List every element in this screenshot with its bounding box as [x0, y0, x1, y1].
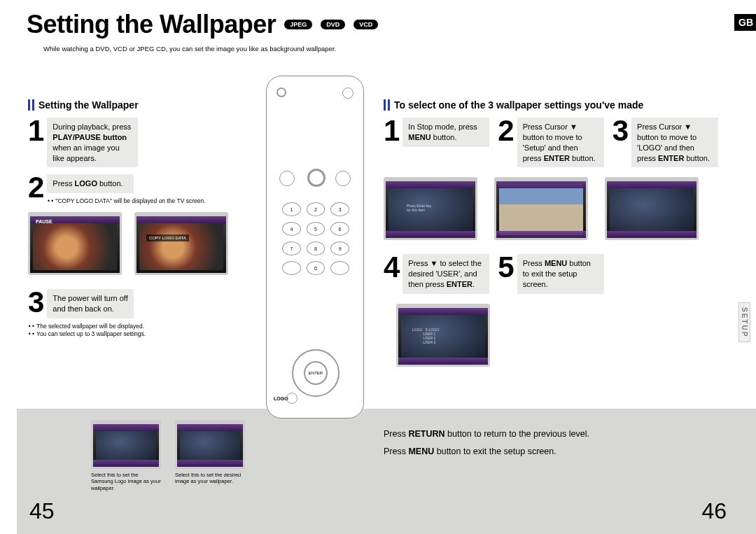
- tv-thumb-b1: [91, 420, 161, 469]
- right-step-2: 2 Press Cursor ▼ button to move to 'Setu…: [498, 118, 603, 167]
- pill-jpeg: JPEG: [284, 20, 312, 29]
- bottom-left: Select this to set the Samsung Logo imag…: [91, 420, 245, 491]
- thumb-caption-1: Select this to set the Samsung Logo imag…: [91, 472, 161, 491]
- right-step-5-text: Press MENU button to exit the setup scre…: [517, 254, 604, 294]
- tv-thumb-r3: [605, 177, 699, 240]
- right-step-3-text: Press Cursor ▼ button to move to 'LOGO' …: [631, 118, 718, 167]
- left-heading-text: Setting the Wallpaper: [38, 99, 139, 111]
- tv-thumb-b2: [175, 420, 245, 469]
- left-step-2-text: Press LOGO button.: [47, 174, 134, 193]
- right-step-1: 1 In Stop mode, press MENU button.: [384, 118, 489, 167]
- right-step-5: 5 Press MENU button to exit the setup sc…: [498, 254, 603, 294]
- tv-thumb-r2: [494, 177, 588, 240]
- right-step-3: 3 Press Cursor ▼ button to move to 'LOGO…: [612, 118, 718, 167]
- thumb-caption-2: Select this to set the desired image as …: [175, 472, 245, 485]
- bottom-line-2: Press MENU button to exit the setup scre…: [384, 443, 589, 461]
- right-step-4-text: Press ▼ to select the desired 'USER', an…: [402, 254, 489, 294]
- right-step-4: 4 Press ▼ to select the desired 'USER', …: [384, 254, 489, 294]
- right-step-1-text: In Stop mode, press MENU button.: [402, 118, 489, 147]
- remote-illustration: 123 456 789 0 LOGO: [266, 76, 364, 419]
- left-step-3-note-2: You can select up to 3 wallpaper setting…: [32, 330, 252, 338]
- right-heading-text: To select one of the 3 wallpaper setting…: [394, 99, 643, 111]
- tv-thumb-r4: LOGO S-LOGO USER 1 USER 2 USER 3: [396, 304, 490, 367]
- bottom-line-1: Press RETURN button to return to the pre…: [384, 426, 589, 443]
- left-heading: Setting the Wallpaper: [28, 99, 252, 111]
- pill-dvd: DVD: [321, 20, 345, 29]
- page-title: Setting the Wallpaper: [27, 10, 276, 39]
- right-step-2-text: Press Cursor ▼ button to move to 'Setup'…: [517, 118, 604, 167]
- bottom-right: Press RETURN button to return to the pre…: [384, 426, 589, 461]
- right-section: To select one of the 3 wallpaper setting…: [384, 99, 748, 367]
- subtitle: While watching a DVD, VCD or JPEG CD, yo…: [43, 45, 336, 52]
- tv-thumb-copylogo: COPY LOGO DATA: [134, 212, 228, 275]
- left-section: Setting the Wallpaper 1 During playback,…: [28, 99, 252, 338]
- left-step-2-note: "COPY LOGO DATA" will be displayed on th…: [51, 197, 205, 205]
- pill-vcd: VCD: [354, 20, 378, 29]
- left-step-1-text: During playback, press PLAY/PAUSE button…: [47, 118, 138, 167]
- title-row: Setting the Wallpaper JPEG DVD VCD: [27, 10, 378, 39]
- left-step-2: 2 Press LOGO button. "COPY LOGO DATA" wi…: [28, 174, 206, 205]
- page-number-left: 45: [29, 498, 55, 524]
- left-step-3-note-1: The selected wallpaper will be displayed…: [32, 323, 252, 330]
- remote-numpad: 123 456 789 0: [282, 202, 349, 275]
- tv-thumb-pause: PAUSE: [28, 212, 122, 275]
- right-heading: To select one of the 3 wallpaper setting…: [384, 99, 748, 111]
- lang-badge: GB: [734, 14, 756, 31]
- page-number-right: 46: [701, 498, 727, 524]
- tv-thumb-r1: Press Enter keyfor this item: [384, 177, 477, 240]
- side-tab: SETUP: [738, 302, 750, 342]
- left-step-3: 3 The power will turn off and then back …: [28, 289, 134, 318]
- left-step-1: 1 During playback, press PLAY/PAUSE butt…: [28, 118, 138, 167]
- left-step-3-text: The power will turn off and then back on…: [47, 289, 134, 318]
